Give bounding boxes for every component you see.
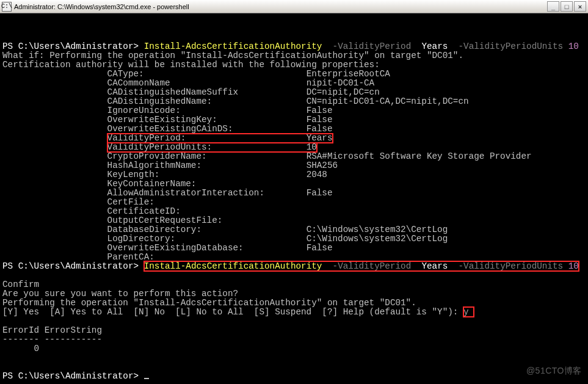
cmdlet-name: Install-AdcsCertificationAuthority bbox=[144, 261, 322, 271]
prop-value: False bbox=[307, 124, 333, 134]
prop-key: CACommonName bbox=[107, 78, 307, 88]
prop-key: CertFile: bbox=[107, 197, 307, 207]
col-underline: ----------- bbox=[45, 335, 102, 344]
prop-value: C:\Windows\system32\CertLog bbox=[307, 225, 448, 234]
arg-years: Years bbox=[421, 261, 448, 271]
prop-key: OverwriteExistingDatabase: bbox=[107, 243, 307, 253]
prop-value: False bbox=[307, 188, 333, 198]
arg-years: Years bbox=[421, 42, 448, 51]
prompt: PS C:\Users\Administrator> bbox=[2, 261, 139, 271]
prop-key: KeyLength: bbox=[107, 170, 307, 179]
prop-key: IgnoreUnicode: bbox=[107, 106, 307, 115]
user-input[interactable]: y bbox=[463, 307, 469, 317]
prop-key: KeyContainerName: bbox=[107, 179, 307, 189]
prop-key: CryptoProviderName: bbox=[107, 151, 307, 161]
prop-value: C:\Windows\system32\CertLog bbox=[307, 234, 448, 244]
minimize-button[interactable]: _ bbox=[547, 1, 559, 12]
param-validityperiod: -ValidityPeriod bbox=[333, 42, 412, 51]
terminal-body[interactable]: PS C:\Users\Administrator> Install-AdcsC… bbox=[0, 13, 588, 384]
prompt: PS C:\Users\Administrator> bbox=[2, 42, 139, 51]
confirm-performing: Performing the operation "Install-AdcsCe… bbox=[2, 298, 416, 308]
prop-key: ValidityPeriod: bbox=[107, 133, 307, 143]
arg-10: 10 bbox=[568, 42, 579, 51]
prop-key: DatabaseDirectory: bbox=[107, 225, 307, 234]
prop-key: OverwriteExistingKey: bbox=[107, 115, 307, 125]
col-underline: ------- bbox=[2, 335, 39, 344]
prop-key: HashAlgorithmName: bbox=[107, 161, 307, 170]
cert-header: Certification authority will be installe… bbox=[2, 60, 380, 70]
window-title: Administrator: C:\Windows\system32\cmd.e… bbox=[14, 3, 547, 10]
watermark: @51CTO博客 bbox=[526, 366, 582, 377]
prop-value: RSA#Microsoft Software Key Storage Provi… bbox=[307, 151, 532, 161]
prop-value: nipit-DC01-CA bbox=[307, 78, 375, 88]
close-button[interactable]: × bbox=[574, 1, 586, 12]
window-controls: _ □ × bbox=[547, 1, 586, 12]
cmdlet-name: Install-AdcsCertificationAuthority bbox=[144, 42, 322, 51]
confirm-title: Confirm bbox=[2, 280, 39, 289]
prop-value: Years bbox=[307, 133, 333, 143]
prop-value: CN=nipit-DC01-CA,DC=nipit,DC=cn bbox=[307, 96, 469, 106]
highlighted-input: y bbox=[463, 307, 474, 317]
prop-key: CADistinguishedNameSuffix bbox=[107, 87, 307, 97]
col-errorstring: ErrorString bbox=[45, 325, 102, 335]
prop-key: OutputCertRequestFile: bbox=[107, 216, 307, 225]
titlebar[interactable]: C:\ Administrator: C:\Windows\system32\c… bbox=[0, 0, 588, 13]
confirm-question: Are you sure you want to perform this ac… bbox=[2, 289, 238, 299]
prop-value: 10 bbox=[307, 142, 317, 152]
param-validityperiodunits: -ValidityPeriodUnits bbox=[459, 261, 564, 271]
prop-key: ParentCA: bbox=[107, 252, 307, 262]
confirm-options: [Y] Yes [A] Yes to All [N] No [L] No to … bbox=[2, 307, 458, 317]
highlighted-command: Install-AdcsCertificationAuthority -Vali… bbox=[144, 261, 579, 271]
console-window: C:\ Administrator: C:\Windows\system32\c… bbox=[0, 0, 588, 384]
prop-key: CADistinguishedName: bbox=[107, 96, 307, 106]
highlighted-property-row: ValidityPeriodUnits: 10 bbox=[107, 143, 317, 152]
param-validityperiod: -ValidityPeriod bbox=[333, 261, 412, 271]
maximize-button[interactable]: □ bbox=[561, 1, 573, 12]
prop-value: False bbox=[307, 106, 333, 115]
prop-key: ValidityPeriodUnits: bbox=[107, 142, 307, 152]
row-errorid-value: 0 bbox=[2, 344, 39, 353]
highlighted-property-row: ValidityPeriod: Years bbox=[107, 134, 333, 143]
whatif-line: What if: Performing the operation "Insta… bbox=[2, 51, 463, 60]
prop-value: 2048 bbox=[307, 170, 327, 179]
prop-key: CertificateID: bbox=[107, 206, 307, 216]
prop-key: AllowAdministratorInteraction: bbox=[107, 188, 307, 198]
prop-key: LogDirectory: bbox=[107, 234, 307, 244]
cursor bbox=[144, 378, 149, 379]
prop-value: False bbox=[307, 243, 333, 253]
cmd-icon: C:\ bbox=[2, 2, 12, 12]
prop-value: SHA256 bbox=[307, 161, 338, 170]
param-validityperiodunits: -ValidityPeriodUnits bbox=[459, 42, 564, 51]
col-errorid: ErrorId bbox=[2, 325, 39, 335]
prompt: PS C:\Users\Administrator> bbox=[2, 371, 139, 381]
prop-key: OverwriteExistingCAinDS: bbox=[107, 124, 307, 134]
prop-value: DC=nipit,DC=cn bbox=[307, 87, 380, 97]
prop-key: CAType: bbox=[107, 69, 307, 79]
prop-value: False bbox=[307, 115, 333, 125]
arg-10: 10 bbox=[568, 261, 579, 271]
prop-value: EnterpriseRootCA bbox=[307, 69, 390, 79]
